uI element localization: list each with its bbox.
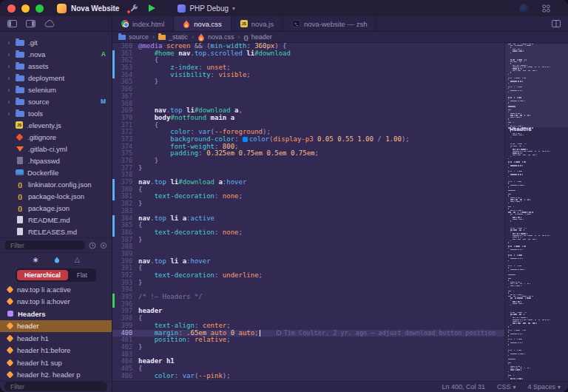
warning-triangle-icon[interactable]: △ <box>75 257 80 263</box>
code-line-375[interactable]: 375 padding: 0.325em 0.75em 0.5em 0.75em… <box>112 150 504 158</box>
tab-index-html[interactable]: index.html <box>112 16 174 31</box>
code-line-382[interactable]: 382} <box>112 200 504 208</box>
close-window-button[interactable] <box>7 4 16 13</box>
file-row-selenium[interactable]: ›selenium <box>0 84 112 95</box>
symbol-row-header-h1-sup[interactable]: header h1 sup <box>0 356 112 369</box>
code-line-387[interactable]: 387} <box>112 237 504 244</box>
file-row-releases-md[interactable]: RELEASES.md <box>0 226 112 237</box>
flame-filter-icon[interactable] <box>54 257 60 263</box>
symbols-filter-input[interactable] <box>9 382 103 391</box>
code-line-388[interactable]: 388 <box>112 243 504 251</box>
code-line-401[interactable]: 401 position: relative; <box>112 337 504 344</box>
indentation-selector[interactable]: 4 Spaces▾ <box>527 383 561 391</box>
file-row-assets[interactable]: ›assets <box>0 60 112 72</box>
symbol-row-nav-top-li-a-hover[interactable]: nav.top li a:hover <box>0 296 112 308</box>
code-line-367[interactable]: 367 <box>112 93 504 101</box>
code-line-379[interactable]: 379nav.top li#download a:hover <box>112 179 504 186</box>
line-number[interactable]: 406 <box>116 373 132 380</box>
file-row-htpasswd[interactable]: .htpasswd <box>0 155 112 166</box>
symbol-label: header h1 <box>17 334 49 342</box>
symbol-row-header-h1-before[interactable]: header h1:before <box>0 345 112 357</box>
code-line-406[interactable]: 406 color: var(--pink); <box>112 373 504 380</box>
file-row-git[interactable]: ›.git <box>0 36 112 48</box>
reveal-target-icon[interactable] <box>100 242 107 249</box>
star-icon[interactable]: ∗ <box>32 256 38 264</box>
zoom-window-button[interactable] <box>36 4 44 13</box>
file-row-nova[interactable]: ›.novaA <box>0 48 112 60</box>
code-line-392[interactable]: 392 text-decoration: underline; <box>112 272 504 280</box>
code-line-395[interactable]: 395/* !— Headers */ <box>112 294 504 301</box>
color-swatch[interactable] <box>243 137 248 142</box>
file-filter-input-box[interactable] <box>4 240 85 250</box>
change-indicator <box>112 294 115 301</box>
file-row-package-lock-json[interactable]: {}package-lock.json <box>0 190 112 202</box>
account-status-icon[interactable] <box>519 4 529 13</box>
code-line-390[interactable]: 390nav.top li a:hover <box>112 258 504 266</box>
debug-target-selector[interactable]: PHP Debug ▾ <box>178 4 235 13</box>
symbol-row-header-h2-header-p[interactable]: header h2. header p <box>0 369 112 382</box>
disclosure-chevron-icon[interactable]: › <box>6 86 12 94</box>
toggle-left-sidebar-icon[interactable] <box>7 20 17 27</box>
apps-grid-icon[interactable] <box>542 4 550 13</box>
tab-nova-website-zsh[interactable]: >_nova-website — zsh <box>283 16 377 31</box>
language-mode-selector[interactable]: CSS▾ <box>497 383 516 391</box>
file-filter-input[interactable] <box>9 241 81 250</box>
tab-nova-js[interactable]: JSnova.js <box>231 16 283 31</box>
minimap[interactable]: Headers <box>504 43 568 381</box>
breadcrumb-item-nova-css[interactable]: nova.css <box>197 33 234 41</box>
change-indicator <box>112 222 115 229</box>
breadcrumb-item-static[interactable]: _static <box>158 33 188 41</box>
disclosure-chevron-icon[interactable]: › <box>6 62 12 70</box>
code-line-376[interactable]: 376 } <box>112 158 504 165</box>
file-row-package-json[interactable]: {}package.json <box>0 202 112 214</box>
code-line-370[interactable]: 370 body#notfound main a <box>112 115 504 122</box>
breadcrumb-item-source[interactable]: source <box>118 33 149 41</box>
file-row-gitignore[interactable]: .gitignore <box>0 131 112 143</box>
code-line-402[interactable]: 402} <box>112 344 504 351</box>
toggle-right-sidebar-icon[interactable] <box>26 20 36 27</box>
file-row-gitlab-ci-yml[interactable]: .gitlab-ci.yml <box>0 143 112 155</box>
code-line-396[interactable]: 396 <box>112 301 504 308</box>
code-line-386[interactable]: 386 text-decoration: none; <box>112 229 504 237</box>
minimize-window-button[interactable] <box>21 4 30 13</box>
code-line-361[interactable]: 361 #home nav.top.scrolled li#download <box>112 50 504 58</box>
code-line-393[interactable]: 393} <box>112 280 504 287</box>
breadcrumb-item-header[interactable]: {}header <box>244 33 272 41</box>
disclosure-chevron-icon[interactable]: › <box>6 50 12 58</box>
code-line-384[interactable]: 384nav.top li a:active <box>112 215 504 223</box>
file-row-tools[interactable]: ›tools <box>0 107 112 119</box>
code-line-365[interactable]: 365 } <box>112 78 504 86</box>
build-button[interactable] <box>129 4 138 13</box>
symbol-row-nav-top-li-a-active[interactable]: nav.top li a:active <box>0 283 112 296</box>
tab-nova-css[interactable]: nova.css <box>174 16 231 31</box>
split-editor-icon[interactable] <box>544 16 568 31</box>
symbol-row-header[interactable]: header <box>0 320 112 333</box>
file-name: .htpasswd <box>28 157 106 165</box>
disclosure-chevron-icon[interactable]: › <box>6 74 12 82</box>
code-line-404[interactable]: 404header h1 <box>112 358 504 365</box>
code-line-364[interactable]: 364 visibility: visible; <box>112 72 504 79</box>
code-line-366[interactable]: 366 <box>112 86 504 93</box>
code-line-377[interactable]: 377} <box>112 165 504 172</box>
symbol-row-header-h1[interactable]: header h1 <box>0 332 112 345</box>
file-row-source[interactable]: ›sourceM <box>0 95 112 107</box>
file-row-dockerfile[interactable]: Dockerfile <box>0 166 112 178</box>
disclosure-chevron-icon[interactable]: › <box>6 98 12 106</box>
file-row-deployment[interactable]: ›deployment <box>0 72 112 84</box>
run-button[interactable] <box>149 4 155 12</box>
code-editor[interactable]: 360@media screen && (min-width: 360px) {… <box>112 43 504 381</box>
symbol-row-headers[interactable]: Headers <box>0 308 112 320</box>
code-line-397[interactable]: 397header <box>112 308 504 315</box>
minimap-viewport[interactable] <box>505 44 568 127</box>
view-mode-hierarchical[interactable]: Hierarchical <box>17 270 68 280</box>
file-row-readme-md[interactable]: README.md <box>0 214 112 226</box>
view-mode-flat[interactable]: Flat <box>70 270 95 280</box>
cloud-sync-icon[interactable] <box>44 20 55 27</box>
symbols-filter-input-box[interactable] <box>4 382 107 391</box>
disclosure-chevron-icon[interactable]: › <box>6 109 12 118</box>
code-line-381[interactable]: 381 text-decoration: none; <box>112 193 504 200</box>
file-row-linkinator-config-json[interactable]: {}linkinator.config.json <box>0 178 112 190</box>
recent-clock-icon[interactable] <box>89 242 96 249</box>
file-row-eleventy-js[interactable]: JS.eleventy.js <box>0 119 112 131</box>
disclosure-chevron-icon[interactable]: › <box>6 38 12 47</box>
